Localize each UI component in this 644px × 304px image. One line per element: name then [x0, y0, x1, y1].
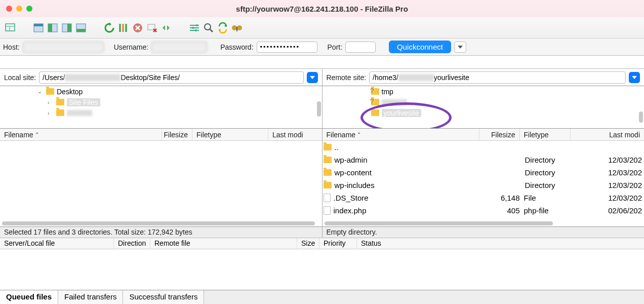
username-label: Username:: [114, 43, 148, 51]
folder-icon: [324, 169, 332, 176]
password-label: Password:: [220, 43, 253, 51]
folder-unknown-icon: [371, 88, 379, 95]
username-input[interactable]: [151, 42, 207, 53]
col-priority[interactable]: Priority: [319, 238, 357, 249]
sync-icon[interactable]: [217, 22, 229, 34]
local-tree[interactable]: ⌄Desktop ›Site Files ›: [0, 86, 323, 128]
svg-line-27: [210, 29, 213, 32]
file-row[interactable]: index.php405php-file02/06/202: [323, 204, 645, 217]
titlebar: sftp://yourwow7@162.241.218.100 - FileZi…: [0, 0, 644, 17]
folder-icon: [56, 109, 64, 116]
file-name: ..: [335, 143, 480, 151]
col-filesize[interactable]: Filesize: [479, 129, 520, 140]
remote-filelist[interactable]: Filename ⌃ Filesize Filetype Last modi .…: [323, 129, 645, 226]
process-queue-icon[interactable]: [117, 22, 130, 34]
svg-rect-6: [48, 24, 52, 32]
local-filelist[interactable]: Filename ⌃ Filesize Filetype Last modi: [0, 129, 323, 226]
file-type: Directory: [521, 181, 572, 189]
scrollbar-thumb[interactable]: [639, 111, 643, 123]
host-input[interactable]: [23, 42, 104, 53]
sort-asc-icon: ⌃: [357, 132, 361, 137]
sort-asc-icon: ⌃: [35, 132, 39, 137]
local-status: Selected 17 files and 3 directories. Tot…: [0, 227, 323, 238]
col-filesize[interactable]: Filesize: [162, 129, 192, 140]
svg-point-23: [196, 24, 198, 26]
toggle-remote-tree-icon[interactable]: [61, 22, 73, 34]
tab-queued-files[interactable]: Queued files: [0, 290, 58, 304]
svg-rect-30: [236, 27, 237, 31]
compare-icon[interactable]: [231, 22, 243, 34]
filter-icon[interactable]: [188, 22, 200, 34]
quickconnect-button[interactable]: Quickconnect: [389, 41, 451, 53]
port-input[interactable]: [345, 42, 376, 53]
col-status[interactable]: Status: [357, 238, 644, 249]
tree-item-desktop[interactable]: Desktop: [57, 88, 83, 96]
local-site-path-input[interactable]: /Users/Desktop/Site Files/: [39, 71, 303, 84]
password-input[interactable]: [257, 42, 317, 53]
refresh-icon[interactable]: [103, 22, 115, 34]
col-remote[interactable]: Remote file: [150, 238, 297, 249]
chevron-right-icon[interactable]: ›: [48, 99, 54, 105]
file-name: .DS_Store: [334, 194, 479, 202]
quickconnect-dropdown[interactable]: [454, 42, 466, 53]
svg-point-26: [205, 24, 211, 30]
col-modified[interactable]: Last modi: [571, 129, 645, 140]
svg-rect-10: [76, 29, 86, 32]
scrollbar-thumb[interactable]: [325, 221, 553, 225]
tree-item-sitefiles[interactable]: Site Files: [67, 98, 100, 106]
chevron-down-icon[interactable]: ⌄: [37, 88, 44, 95]
file-row[interactable]: wp-adminDirectory12/03/202: [323, 154, 645, 166]
main-toolbar: [0, 17, 644, 39]
local-site-dropdown[interactable]: [307, 72, 318, 83]
folder-icon: [324, 182, 332, 188]
scrollbar-thumb[interactable]: [2, 221, 315, 225]
tree-item-redacted[interactable]: [67, 110, 92, 116]
toggle-queue-icon[interactable]: [75, 22, 87, 34]
folder-icon: [56, 99, 64, 105]
remote-status: Empty directory.: [323, 227, 645, 238]
col-size[interactable]: Size: [297, 238, 319, 249]
local-filelist-header: Filename ⌃ Filesize Filetype Last modi: [0, 129, 322, 141]
file-size: 405: [479, 206, 520, 215]
file-name: wp-includes: [335, 181, 480, 189]
file-icon: [324, 206, 331, 215]
tab-successful-transfers[interactable]: Successful transfers: [123, 290, 204, 304]
reconnect-icon[interactable]: [160, 22, 172, 34]
toggle-log-icon[interactable]: [32, 22, 45, 34]
scrollbar-thumb[interactable]: [317, 101, 321, 117]
col-filename[interactable]: Filename ⌃: [0, 129, 162, 140]
remote-site-dropdown[interactable]: [629, 72, 640, 83]
file-row[interactable]: wp-contentDirectory12/03/202: [323, 166, 645, 179]
remote-path-suffix: yourlivesite: [434, 73, 469, 82]
remote-site-label: Remote site:: [327, 73, 367, 82]
search-icon[interactable]: [203, 22, 215, 34]
col-filename[interactable]: Filename ⌃: [323, 129, 479, 140]
tab-failed-transfers[interactable]: Failed transfers: [58, 290, 123, 304]
tree-item-redacted[interactable]: [382, 99, 407, 105]
svg-rect-8: [67, 24, 71, 32]
col-filetype[interactable]: Filetype: [192, 129, 268, 140]
col-direction[interactable]: Direction: [114, 238, 150, 249]
folder-unknown-icon: [371, 99, 379, 105]
remote-site-path-input[interactable]: /home3/yourlivesite: [369, 71, 626, 84]
sitemanager-icon[interactable]: [4, 22, 16, 34]
chevron-right-icon[interactable]: ›: [48, 110, 54, 116]
file-row[interactable]: ..: [323, 141, 645, 154]
col-modified[interactable]: Last modi: [268, 129, 322, 140]
disconnect-icon[interactable]: [146, 22, 158, 34]
queue-body: [0, 249, 644, 290]
file-type: php-file: [520, 206, 571, 215]
file-row[interactable]: wp-includesDirectory12/03/202: [323, 179, 645, 192]
col-server[interactable]: Server/Local file: [0, 238, 114, 249]
toggle-local-tree-icon[interactable]: [47, 22, 59, 34]
svg-rect-0: [6, 24, 15, 31]
file-name: index.php: [334, 206, 479, 215]
cancel-icon[interactable]: [132, 22, 144, 34]
file-row[interactable]: .DS_Store6,148File12/03/202: [323, 192, 645, 204]
tree-item-tmp[interactable]: tmp: [382, 88, 393, 96]
remote-tree[interactable]: tmp yourlivesite: [323, 86, 645, 128]
queue-header: Server/Local file Direction Remote file …: [0, 238, 644, 249]
col-filetype[interactable]: Filetype: [520, 129, 571, 140]
local-path-redacted: [65, 74, 120, 81]
tree-item-yourlivesite[interactable]: yourlivesite: [382, 109, 421, 117]
